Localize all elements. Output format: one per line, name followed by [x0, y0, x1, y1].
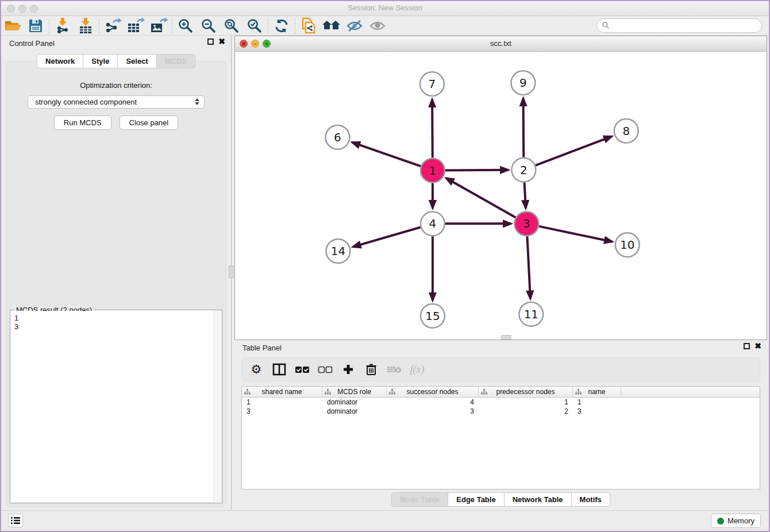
application-window: Session: New Session	[0, 0, 770, 532]
edge-1-2[interactable]	[445, 170, 509, 171]
network-window-titlebar[interactable]: ✕ − + scc.txt	[235, 36, 767, 52]
import-table-icon[interactable]	[74, 17, 97, 34]
tab-network[interactable]: Network	[37, 54, 83, 68]
show-hide-icon[interactable]	[343, 17, 366, 34]
control-panel-title: Control Panel	[9, 39, 55, 48]
mcds-result-box: MCDS result (2 nodes) 1 3	[10, 310, 222, 503]
zoom-in-icon[interactable]	[174, 17, 197, 34]
export-image-icon[interactable]	[147, 17, 170, 34]
edge-3-10[interactable]	[539, 226, 613, 242]
edge-1-6[interactable]	[352, 142, 421, 167]
column-header-MCDS-role[interactable]: MCDS role	[322, 387, 387, 397]
tab-select[interactable]: Select	[117, 54, 156, 68]
table-cell[interactable]: 3	[242, 407, 322, 416]
zoom-selected-icon[interactable]	[243, 17, 266, 34]
node-table[interactable]: shared nameMCDS rolesuccessor nodesprede…	[241, 386, 760, 489]
edge-3-1[interactable]	[446, 178, 515, 218]
node-label-10: 10	[620, 238, 634, 252]
edge-2-8[interactable]	[536, 136, 612, 165]
search-icon	[602, 21, 610, 29]
edge-2-9[interactable]	[523, 98, 524, 157]
node-label-2: 2	[520, 164, 528, 177]
tab-style[interactable]: Style	[83, 54, 118, 68]
table-toolbar: ⚙	[241, 357, 760, 381]
search-input[interactable]	[596, 18, 762, 33]
zoom-fit-icon[interactable]	[220, 17, 243, 34]
table-cell[interactable]: 3	[573, 407, 621, 416]
node-label-7: 7	[429, 78, 436, 91]
table-cell[interactable]: 1	[573, 398, 621, 407]
open-session-icon[interactable]	[1, 17, 24, 34]
title-bar: Session: New Session	[1, 1, 769, 16]
canvas-resize-grip[interactable]	[501, 335, 511, 340]
save-session-icon[interactable]	[24, 17, 47, 34]
main-toolbar	[1, 16, 769, 36]
export-table-icon[interactable]	[124, 17, 147, 34]
mcds-result-list[interactable]: 1 3	[11, 311, 214, 502]
network-title: scc.txt	[235, 39, 767, 48]
table-cell[interactable]: dominator	[322, 407, 387, 416]
close-panel-icon[interactable]: ✖	[218, 38, 225, 45]
table-cell[interactable]: 1	[242, 398, 322, 407]
duplicate-network-icon[interactable]	[297, 17, 320, 34]
column-header-successor-nodes[interactable]: successor nodes	[387, 387, 479, 397]
show-all-icon[interactable]	[366, 17, 389, 34]
import-network-icon[interactable]	[51, 17, 74, 34]
run-mcds-button[interactable]: Run MCDS	[54, 115, 111, 130]
table-cell[interactable]: 2	[479, 407, 573, 416]
table-cell[interactable]: dominator	[322, 398, 387, 407]
float-panel-icon[interactable]	[207, 38, 214, 45]
status-bar: Memory	[1, 510, 769, 531]
tab-mcds[interactable]: MCDS	[156, 54, 195, 68]
tab-edge-table[interactable]: Edge Table	[448, 492, 504, 507]
node-label-6: 6	[334, 131, 341, 144]
list-icon	[11, 516, 20, 525]
node-label-3: 3	[523, 217, 530, 230]
edge-1-7[interactable]	[432, 99, 433, 158]
memory-button[interactable]: Memory	[711, 514, 761, 528]
network-view-window: ✕ − + scc.txt 7968124314101511	[234, 36, 767, 340]
table-row[interactable]: 3dominator323	[242, 407, 760, 416]
close-panel-button[interactable]: Close panel	[120, 115, 179, 130]
network-graph[interactable]: 7968124314101511	[235, 52, 767, 340]
table-header-row: shared nameMCDS rolesuccessor nodesprede…	[242, 387, 760, 398]
tab-node-table[interactable]: Node Table	[391, 492, 448, 507]
toolbar-separator	[99, 18, 99, 33]
float-table-panel-icon[interactable]	[744, 343, 750, 349]
column-header-name[interactable]: name	[573, 387, 621, 397]
column-header-shared-name[interactable]: shared name	[242, 387, 322, 397]
task-history-button[interactable]	[8, 514, 23, 527]
network-canvas[interactable]: 7968124314101511	[235, 52, 767, 340]
export-network-icon[interactable]	[101, 17, 124, 34]
close-table-panel-icon[interactable]: ✖	[754, 343, 761, 349]
edge-3-11[interactable]	[527, 236, 530, 299]
select-all-icon[interactable]	[292, 361, 312, 378]
split-panel-icon[interactable]	[270, 361, 289, 378]
zoom-out-icon[interactable]	[197, 17, 220, 34]
result-scrollbar[interactable]	[214, 311, 221, 502]
column-header-predecessor-nodes[interactable]: predecessor nodes	[479, 387, 573, 397]
toolbar-separator	[172, 18, 172, 33]
deselect-all-icon[interactable]	[315, 361, 335, 378]
mcds-panel: Optimization criterion: strongly connect…	[6, 61, 226, 507]
delete-icon[interactable]	[361, 361, 381, 378]
gear-icon[interactable]: ⚙	[247, 361, 266, 378]
control-panel-tabs: NetworkStyleSelectMCDS	[1, 54, 231, 68]
refresh-icon[interactable]	[270, 17, 293, 34]
session-title: Session: New Session	[1, 3, 769, 12]
delete-table-icon[interactable]	[384, 361, 404, 378]
table-cell[interactable]: 3	[387, 407, 479, 416]
tab-network-table[interactable]: Network Table	[504, 492, 572, 507]
table-row[interactable]: 1dominator411	[242, 398, 760, 407]
table-cell[interactable]: 4	[387, 398, 479, 407]
tab-motifs[interactable]: Motifs	[571, 492, 610, 507]
edge-4-14[interactable]	[353, 227, 421, 246]
first-neighbors-icon[interactable]	[320, 17, 343, 34]
table-cell[interactable]: 1	[479, 398, 573, 407]
optimization-criterion-dropdown[interactable]: strongly connected component	[28, 95, 205, 109]
edge-2-3[interactable]	[525, 183, 526, 209]
optimization-criterion-label: Optimization criterion:	[6, 81, 226, 90]
splitter-grip[interactable]	[229, 265, 234, 278]
node-label-4: 4	[429, 217, 437, 230]
add-column-icon[interactable]	[338, 361, 358, 378]
